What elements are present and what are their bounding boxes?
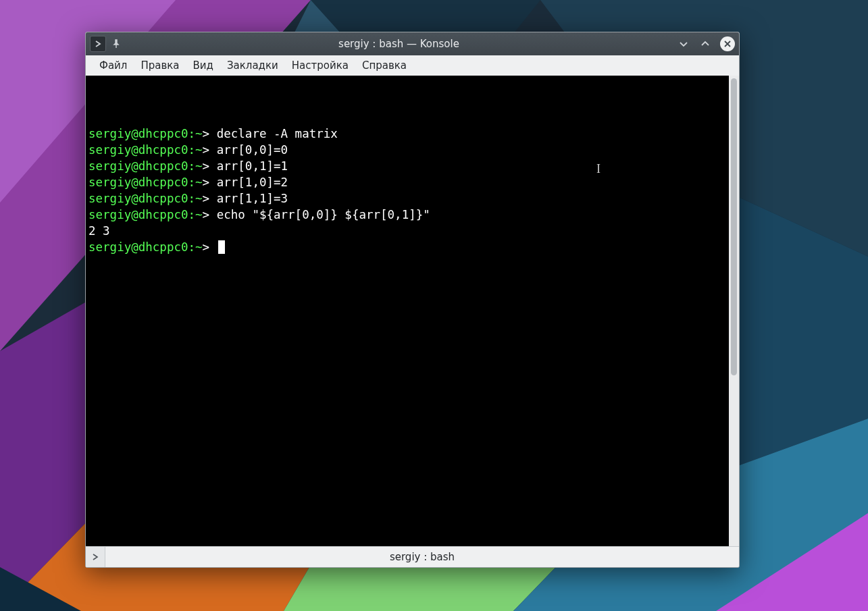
minimize-button[interactable] <box>677 37 690 51</box>
terminal-command-line: sergiy@dhcppc0:~> <box>88 239 726 255</box>
terminal-command-line: sergiy@dhcppc0:~> echo "${arr[0,0]} ${ar… <box>88 207 726 223</box>
menu-file[interactable]: Файл <box>93 57 134 74</box>
terminal-command-line: sergiy@dhcppc0:~> declare -A matrix <box>88 126 726 142</box>
konsole-window: sergiy : bash — Konsole Файл Правка Вид … <box>85 32 740 568</box>
terminal-output-line: 2 3 <box>88 223 726 239</box>
scrollbar-thumb[interactable] <box>731 78 737 375</box>
terminal-command-line: sergiy@dhcppc0:~> arr[1,1]=3 <box>88 190 726 207</box>
menu-edit[interactable]: Правка <box>134 57 186 74</box>
terminal-viewport[interactable]: I sergiy@dhcppc0:~> declare -A matrixser… <box>86 76 729 546</box>
window-titlebar[interactable]: sergiy : bash — Konsole <box>86 32 739 55</box>
menubar: Файл Правка Вид Закладки Настройка Справ… <box>86 55 739 76</box>
menu-help[interactable]: Справка <box>355 57 413 74</box>
menu-bookmarks[interactable]: Закладки <box>220 57 285 74</box>
terminal-scrollbar[interactable] <box>729 76 739 546</box>
pin-icon[interactable] <box>111 39 121 49</box>
new-tab-button[interactable] <box>86 547 105 567</box>
app-menu-icon[interactable] <box>90 36 106 52</box>
menu-view[interactable]: Вид <box>186 57 220 74</box>
tab-active[interactable]: sergiy : bash <box>105 547 739 567</box>
terminal-command-line: sergiy@dhcppc0:~> arr[0,0]=0 <box>88 142 726 158</box>
tabbar: sergiy : bash <box>86 546 739 567</box>
menu-settings[interactable]: Настройка <box>285 57 355 74</box>
terminal-command-line: sergiy@dhcppc0:~> arr[1,0]=2 <box>88 174 726 190</box>
close-button[interactable] <box>720 36 735 51</box>
maximize-button[interactable] <box>698 37 712 51</box>
window-title: sergiy : bash — Konsole <box>121 38 677 50</box>
terminal-command-line: sergiy@dhcppc0:~> arr[0,1]=1 <box>88 158 726 174</box>
terminal-cursor <box>218 240 225 254</box>
